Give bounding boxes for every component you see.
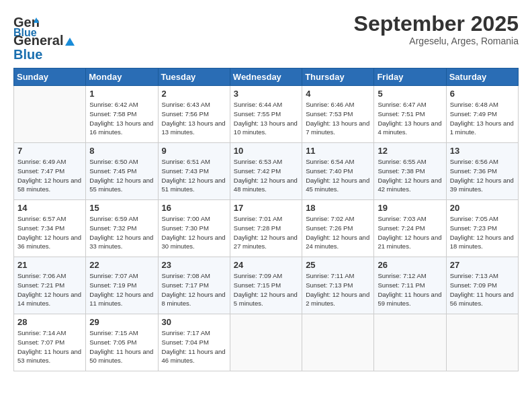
calendar-cell: 3Sunrise: 6:44 AMSunset: 7:55 PMDaylight… — [230, 86, 302, 143]
calendar-cell: 27Sunrise: 7:13 AMSunset: 7:09 PMDayligh… — [446, 257, 518, 314]
day-info: Sunrise: 6:54 AMSunset: 7:40 PMDaylight:… — [306, 157, 370, 194]
calendar-cell — [302, 314, 374, 371]
calendar-cell: 4Sunrise: 6:46 AMSunset: 7:53 PMDaylight… — [302, 86, 374, 143]
day-number: 8 — [89, 146, 154, 156]
calendar-cell: 12Sunrise: 6:55 AMSunset: 7:38 PMDayligh… — [374, 143, 446, 200]
day-number: 3 — [234, 89, 298, 99]
calendar-cell: 10Sunrise: 6:53 AMSunset: 7:42 PMDayligh… — [230, 143, 302, 200]
logo-general: General — [13, 33, 63, 48]
title-area: September 2025 Argeselu, Arges, Romania — [354, 12, 519, 46]
calendar-cell: 29Sunrise: 7:15 AMSunset: 7:05 PMDayligh… — [86, 314, 158, 371]
calendar-cell — [374, 314, 446, 371]
calendar-cell: 18Sunrise: 7:02 AMSunset: 7:26 PMDayligh… — [302, 200, 374, 257]
day-info: Sunrise: 7:14 AMSunset: 7:07 PMDaylight:… — [17, 328, 82, 365]
day-info: Sunrise: 7:07 AMSunset: 7:19 PMDaylight:… — [89, 271, 154, 308]
day-number: 26 — [378, 260, 442, 270]
day-number: 10 — [234, 146, 298, 156]
day-info: Sunrise: 7:08 AMSunset: 7:17 PMDaylight:… — [162, 271, 226, 308]
logo-blue: Blue — [13, 48, 42, 61]
calendar-cell: 13Sunrise: 6:56 AMSunset: 7:36 PMDayligh… — [446, 143, 518, 200]
day-number: 7 — [17, 146, 82, 156]
week-row-1: 1Sunrise: 6:42 AMSunset: 7:58 PMDaylight… — [14, 86, 519, 143]
day-info: Sunrise: 6:57 AMSunset: 7:34 PMDaylight:… — [17, 214, 82, 251]
day-info: Sunrise: 6:56 AMSunset: 7:36 PMDaylight:… — [450, 157, 515, 194]
day-number: 27 — [450, 260, 515, 270]
day-info: Sunrise: 6:53 AMSunset: 7:42 PMDaylight:… — [234, 157, 298, 194]
calendar-cell: 8Sunrise: 6:50 AMSunset: 7:45 PMDaylight… — [86, 143, 158, 200]
calendar-cell: 22Sunrise: 7:07 AMSunset: 7:19 PMDayligh… — [86, 257, 158, 314]
day-number: 18 — [306, 203, 370, 213]
week-row-3: 14Sunrise: 6:57 AMSunset: 7:34 PMDayligh… — [14, 200, 519, 257]
day-number: 6 — [450, 89, 515, 99]
day-info: Sunrise: 7:13 AMSunset: 7:09 PMDaylight:… — [450, 271, 515, 308]
day-info: Sunrise: 6:55 AMSunset: 7:38 PMDaylight:… — [378, 157, 442, 194]
day-number: 29 — [89, 317, 154, 327]
day-info: Sunrise: 7:09 AMSunset: 7:15 PMDaylight:… — [234, 271, 298, 308]
day-number: 23 — [162, 260, 226, 270]
calendar-cell: 25Sunrise: 7:11 AMSunset: 7:13 PMDayligh… — [302, 257, 374, 314]
location-subtitle: Argeselu, Arges, Romania — [354, 36, 519, 46]
weekday-header-monday: Monday — [86, 68, 158, 86]
calendar-table: SundayMondayTuesdayWednesdayThursdayFrid… — [13, 68, 519, 371]
day-info: Sunrise: 6:51 AMSunset: 7:43 PMDaylight:… — [162, 157, 226, 194]
day-number: 21 — [17, 260, 82, 270]
calendar-cell: 9Sunrise: 6:51 AMSunset: 7:43 PMDaylight… — [158, 143, 230, 200]
day-info: Sunrise: 7:12 AMSunset: 7:11 PMDaylight:… — [378, 271, 442, 308]
day-number: 30 — [162, 317, 226, 327]
day-info: Sunrise: 6:44 AMSunset: 7:55 PMDaylight:… — [234, 100, 298, 137]
day-number: 1 — [89, 89, 154, 99]
weekday-header-thursday: Thursday — [302, 68, 374, 86]
calendar-cell: 23Sunrise: 7:08 AMSunset: 7:17 PMDayligh… — [158, 257, 230, 314]
logo: General Blue General Blue — [13, 12, 75, 61]
calendar-cell: 24Sunrise: 7:09 AMSunset: 7:15 PMDayligh… — [230, 257, 302, 314]
day-number: 9 — [162, 146, 226, 156]
day-number: 13 — [450, 146, 515, 156]
day-number: 28 — [17, 317, 82, 327]
calendar-cell: 5Sunrise: 6:47 AMSunset: 7:51 PMDaylight… — [374, 86, 446, 143]
day-info: Sunrise: 6:46 AMSunset: 7:53 PMDaylight:… — [306, 100, 370, 137]
calendar-cell: 28Sunrise: 7:14 AMSunset: 7:07 PMDayligh… — [14, 314, 86, 371]
day-number: 22 — [89, 260, 154, 270]
calendar-cell: 11Sunrise: 6:54 AMSunset: 7:40 PMDayligh… — [302, 143, 374, 200]
day-number: 14 — [17, 203, 82, 213]
day-number: 17 — [234, 203, 298, 213]
weekday-header-tuesday: Tuesday — [158, 68, 230, 86]
weekday-header-saturday: Saturday — [446, 68, 518, 86]
calendar-cell: 30Sunrise: 7:17 AMSunset: 7:04 PMDayligh… — [158, 314, 230, 371]
calendar-cell: 26Sunrise: 7:12 AMSunset: 7:11 PMDayligh… — [374, 257, 446, 314]
calendar-cell: 2Sunrise: 6:43 AMSunset: 7:56 PMDaylight… — [158, 86, 230, 143]
calendar-cell — [446, 314, 518, 371]
day-info: Sunrise: 6:42 AMSunset: 7:58 PMDaylight:… — [89, 100, 154, 137]
calendar-cell: 21Sunrise: 7:06 AMSunset: 7:21 PMDayligh… — [14, 257, 86, 314]
day-info: Sunrise: 7:00 AMSunset: 7:30 PMDaylight:… — [162, 214, 226, 251]
day-number: 15 — [89, 203, 154, 213]
calendar-cell: 7Sunrise: 6:49 AMSunset: 7:47 PMDaylight… — [14, 143, 86, 200]
calendar-cell — [230, 314, 302, 371]
day-info: Sunrise: 6:59 AMSunset: 7:32 PMDaylight:… — [89, 214, 154, 251]
calendar-cell — [14, 86, 86, 143]
day-info: Sunrise: 6:48 AMSunset: 7:49 PMDaylight:… — [450, 100, 515, 137]
calendar-cell: 20Sunrise: 7:05 AMSunset: 7:23 PMDayligh… — [446, 200, 518, 257]
calendar-cell: 19Sunrise: 7:03 AMSunset: 7:24 PMDayligh… — [374, 200, 446, 257]
header: General Blue General Blue September 2025… — [13, 12, 519, 61]
day-info: Sunrise: 7:17 AMSunset: 7:04 PMDaylight:… — [162, 328, 226, 365]
day-number: 24 — [234, 260, 298, 270]
day-info: Sunrise: 7:06 AMSunset: 7:21 PMDaylight:… — [17, 271, 82, 308]
calendar-cell: 17Sunrise: 7:01 AMSunset: 7:28 PMDayligh… — [230, 200, 302, 257]
day-info: Sunrise: 7:11 AMSunset: 7:13 PMDaylight:… — [306, 271, 370, 308]
day-info: Sunrise: 6:50 AMSunset: 7:45 PMDaylight:… — [89, 157, 154, 194]
week-row-2: 7Sunrise: 6:49 AMSunset: 7:47 PMDaylight… — [14, 143, 519, 200]
day-info: Sunrise: 6:49 AMSunset: 7:47 PMDaylight:… — [17, 157, 82, 194]
weekday-header-friday: Friday — [374, 68, 446, 86]
day-number: 25 — [306, 260, 370, 270]
weekday-header-wednesday: Wednesday — [230, 68, 302, 86]
calendar-cell: 6Sunrise: 6:48 AMSunset: 7:49 PMDaylight… — [446, 86, 518, 143]
week-row-5: 28Sunrise: 7:14 AMSunset: 7:07 PMDayligh… — [14, 314, 519, 371]
day-number: 19 — [378, 203, 442, 213]
day-info: Sunrise: 6:43 AMSunset: 7:56 PMDaylight:… — [162, 100, 226, 137]
calendar-cell: 1Sunrise: 6:42 AMSunset: 7:58 PMDaylight… — [86, 86, 158, 143]
weekday-header-row: SundayMondayTuesdayWednesdayThursdayFrid… — [14, 68, 519, 86]
day-info: Sunrise: 7:15 AMSunset: 7:05 PMDaylight:… — [89, 328, 154, 365]
calendar-cell: 14Sunrise: 6:57 AMSunset: 7:34 PMDayligh… — [14, 200, 86, 257]
day-number: 20 — [450, 203, 515, 213]
